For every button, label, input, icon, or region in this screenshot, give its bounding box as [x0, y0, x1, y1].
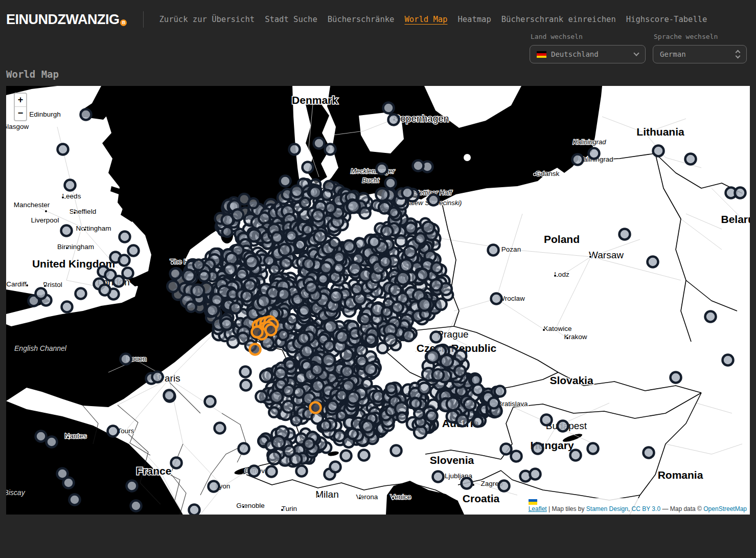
map-marker[interactable] [303, 258, 314, 269]
map-marker[interactable] [431, 262, 442, 273]
map-marker[interactable] [418, 298, 430, 310]
map-marker[interactable] [385, 178, 396, 189]
map-marker[interactable] [260, 370, 272, 382]
map-marker[interactable] [334, 263, 343, 273]
map-marker[interactable] [120, 232, 130, 242]
map-marker[interactable] [495, 386, 506, 397]
map-marker[interactable] [222, 227, 232, 237]
map-marker[interactable] [81, 109, 91, 120]
map-marker[interactable] [230, 303, 241, 314]
map-marker[interactable] [369, 237, 380, 248]
map-marker[interactable] [671, 372, 681, 383]
map-marker[interactable] [653, 146, 664, 157]
map-marker[interactable] [334, 252, 345, 262]
map-marker[interactable] [278, 288, 290, 300]
map-marker[interactable] [191, 284, 204, 297]
map-marker[interactable] [330, 462, 341, 473]
map-marker[interactable] [347, 200, 360, 213]
map-marker[interactable] [433, 472, 444, 482]
map-marker[interactable] [364, 363, 377, 375]
map-marker[interactable] [417, 269, 429, 281]
map-marker[interactable] [558, 421, 568, 432]
map-marker[interactable] [359, 314, 370, 325]
map-marker[interactable] [392, 302, 403, 313]
map-marker[interactable] [329, 238, 339, 248]
zoom-out-button[interactable]: − [15, 107, 26, 120]
map-marker[interactable] [281, 258, 292, 269]
map-marker[interactable] [359, 208, 370, 218]
map-marker[interactable] [131, 501, 142, 511]
map-marker[interactable] [324, 341, 334, 351]
map-marker[interactable] [382, 307, 392, 317]
map-marker[interactable] [685, 154, 696, 165]
map-marker[interactable] [296, 466, 307, 477]
einundzwanzig-logo[interactable]: EINUNDZWANZIG B [6, 13, 127, 27]
map-marker[interactable] [396, 235, 407, 247]
map-marker[interactable] [249, 466, 260, 477]
map-marker[interactable] [272, 436, 285, 449]
map-marker[interactable] [269, 407, 279, 417]
map-marker[interactable] [588, 443, 599, 454]
map-marker[interactable] [294, 387, 305, 398]
map-marker[interactable] [269, 264, 280, 275]
map-marker[interactable] [295, 239, 305, 249]
stamen-design-link[interactable]: Stamen Design [586, 505, 628, 512]
map-marker[interactable] [232, 209, 243, 220]
map-marker[interactable] [171, 458, 182, 468]
map-marker[interactable] [306, 282, 317, 293]
map-marker-orange[interactable] [252, 327, 263, 338]
map-marker[interactable] [322, 190, 332, 200]
map-marker[interactable] [356, 345, 367, 356]
map-marker[interactable] [100, 285, 110, 296]
nav-buecherschrank-einreichen[interactable]: Bücherschrank einreichen [501, 15, 616, 24]
map-marker[interactable] [36, 431, 47, 442]
map-marker[interactable] [304, 438, 314, 449]
map-marker[interactable] [402, 188, 413, 198]
map-marker[interactable] [441, 355, 453, 367]
map-marker[interactable] [447, 397, 460, 410]
map-marker-orange[interactable] [266, 325, 277, 336]
map-marker[interactable] [723, 355, 734, 366]
map-marker[interactable] [123, 268, 133, 279]
map-marker[interactable] [297, 332, 309, 344]
map-marker[interactable] [119, 255, 130, 266]
country-select[interactable]: Deutschland [530, 45, 646, 63]
map-marker[interactable] [127, 481, 138, 492]
map-marker[interactable] [207, 304, 218, 316]
map-marker[interactable] [62, 302, 73, 313]
map-marker[interactable] [390, 284, 401, 296]
openstreetmap-link[interactable]: OpenStreetMap [703, 505, 747, 512]
map-marker[interactable] [47, 437, 57, 448]
map-marker[interactable] [431, 332, 442, 343]
map-marker[interactable] [286, 230, 297, 241]
map-marker[interactable] [311, 412, 323, 423]
map-marker[interactable] [462, 478, 472, 489]
map-marker[interactable] [464, 399, 476, 411]
map-marker[interactable] [303, 225, 312, 235]
map-marker[interactable] [314, 138, 325, 149]
map-marker[interactable] [183, 270, 195, 282]
map-marker[interactable] [511, 451, 522, 462]
map-marker[interactable] [301, 345, 313, 358]
map-marker[interactable] [199, 271, 210, 281]
map-marker[interactable] [245, 256, 258, 269]
map-marker[interactable] [473, 385, 484, 395]
nav-zurueck-zur-uebersicht[interactable]: Zurück zur Übersicht [159, 15, 255, 24]
map-marker[interactable] [309, 187, 321, 198]
map-marker[interactable] [189, 505, 200, 515]
map-marker[interactable] [224, 263, 236, 275]
map-marker[interactable] [405, 222, 417, 234]
map-marker[interactable] [400, 259, 413, 272]
map-marker[interactable] [300, 198, 310, 208]
map-marker[interactable] [423, 221, 434, 233]
map-marker[interactable] [362, 379, 372, 389]
map-marker[interactable] [413, 161, 424, 171]
map-marker[interactable] [36, 288, 47, 299]
map-marker[interactable] [65, 180, 76, 191]
map-marker[interactable] [121, 354, 131, 365]
map-marker[interactable] [379, 256, 391, 267]
map-marker[interactable] [530, 469, 541, 480]
map-marker[interactable] [312, 210, 324, 221]
map-marker[interactable] [318, 274, 328, 284]
map-marker[interactable] [58, 144, 68, 155]
